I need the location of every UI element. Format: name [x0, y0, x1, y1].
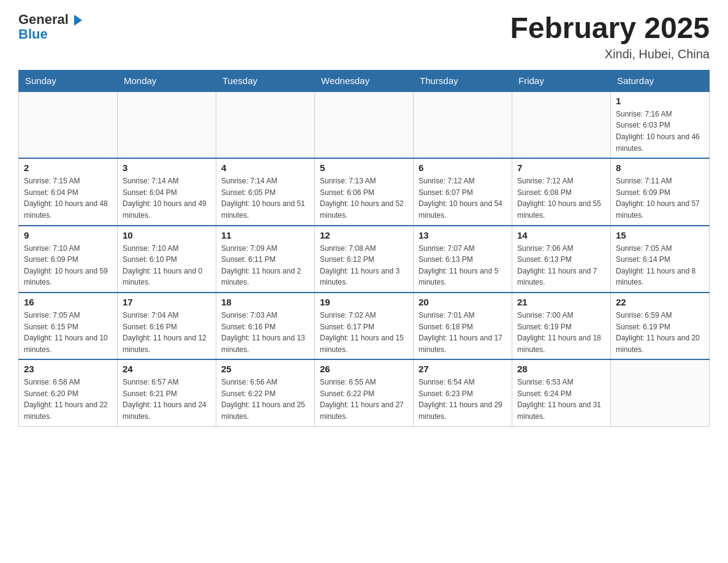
day-info: Sunrise: 7:15 AMSunset: 6:04 PMDaylight:…	[24, 175, 112, 221]
header-sunday: Sunday	[19, 70, 118, 91]
day-number: 25	[221, 364, 309, 374]
day-number: 12	[320, 230, 408, 240]
calendar-cell-w1-d2	[118, 91, 216, 158]
calendar-cell-w2-d5: 6Sunrise: 7:12 AMSunset: 6:07 PMDaylight…	[414, 158, 512, 225]
day-info: Sunrise: 7:16 AMSunset: 6:03 PMDaylight:…	[616, 109, 704, 154]
calendar-cell-w1-d6	[512, 91, 611, 158]
logo-blue-word: Blue	[18, 27, 48, 42]
day-info: Sunrise: 7:12 AMSunset: 6:08 PMDaylight:…	[517, 175, 605, 221]
calendar-cell-w3-d7: 15Sunrise: 7:05 AMSunset: 6:14 PMDayligh…	[611, 226, 710, 293]
calendar-cell-w3-d3: 11Sunrise: 7:09 AMSunset: 6:11 PMDayligh…	[216, 226, 315, 293]
day-info: Sunrise: 7:08 AMSunset: 6:12 PMDaylight:…	[320, 243, 408, 288]
day-number: 23	[24, 364, 112, 374]
day-info: Sunrise: 7:03 AMSunset: 6:16 PMDaylight:…	[221, 310, 309, 355]
calendar-cell-w2-d4: 5Sunrise: 7:13 AMSunset: 6:06 PMDaylight…	[315, 158, 414, 225]
day-info: Sunrise: 6:58 AMSunset: 6:20 PMDaylight:…	[24, 377, 112, 422]
day-info: Sunrise: 7:01 AMSunset: 6:18 PMDaylight:…	[419, 310, 507, 355]
calendar-cell-w2-d1: 2Sunrise: 7:15 AMSunset: 6:04 PMDaylight…	[19, 158, 118, 225]
day-info: Sunrise: 7:14 AMSunset: 6:04 PMDaylight:…	[123, 175, 211, 221]
calendar-cell-w5-d1: 23Sunrise: 6:58 AMSunset: 6:20 PMDayligh…	[19, 359, 118, 426]
calendar-cell-w4-d4: 19Sunrise: 7:02 AMSunset: 6:17 PMDayligh…	[315, 293, 414, 359]
day-number: 6	[419, 163, 507, 173]
day-number: 3	[123, 163, 211, 173]
calendar-cell-w3-d4: 12Sunrise: 7:08 AMSunset: 6:12 PMDayligh…	[315, 226, 414, 293]
day-number: 1	[616, 96, 704, 106]
day-number: 7	[517, 163, 605, 173]
title-block: February 2025 Xindi, Hubei, China	[510, 12, 710, 61]
calendar-cell-w4-d3: 18Sunrise: 7:03 AMSunset: 6:16 PMDayligh…	[216, 293, 315, 359]
logo-blue-text: Blue	[18, 27, 48, 42]
calendar-cell-w2-d6: 7Sunrise: 7:12 AMSunset: 6:08 PMDaylight…	[512, 158, 611, 225]
header-monday: Monday	[118, 70, 216, 91]
logo: General Blue	[18, 12, 82, 42]
day-number: 16	[24, 297, 112, 307]
day-number: 17	[123, 297, 211, 307]
day-info: Sunrise: 7:00 AMSunset: 6:19 PMDaylight:…	[517, 310, 605, 355]
day-number: 27	[419, 364, 507, 374]
calendar-cell-w3-d2: 10Sunrise: 7:10 AMSunset: 6:10 PMDayligh…	[118, 226, 216, 293]
calendar-cell-w3-d6: 14Sunrise: 7:06 AMSunset: 6:13 PMDayligh…	[512, 226, 611, 293]
day-number: 15	[616, 230, 704, 240]
header-wednesday: Wednesday	[315, 70, 414, 91]
calendar-cell-w2-d2: 3Sunrise: 7:14 AMSunset: 6:04 PMDaylight…	[118, 158, 216, 225]
calendar-cell-w2-d3: 4Sunrise: 7:14 AMSunset: 6:05 PMDaylight…	[216, 158, 315, 225]
calendar-cell-w1-d5	[414, 91, 512, 158]
day-number: 26	[320, 364, 408, 374]
day-number: 14	[517, 230, 605, 240]
day-info: Sunrise: 7:05 AMSunset: 6:15 PMDaylight:…	[24, 310, 112, 355]
calendar-cell-w5-d2: 24Sunrise: 6:57 AMSunset: 6:21 PMDayligh…	[118, 359, 216, 426]
day-info: Sunrise: 7:13 AMSunset: 6:06 PMDaylight:…	[320, 175, 408, 221]
header-friday: Friday	[512, 70, 611, 91]
calendar-week-5: 23Sunrise: 6:58 AMSunset: 6:20 PMDayligh…	[19, 359, 710, 426]
day-info: Sunrise: 7:10 AMSunset: 6:09 PMDaylight:…	[24, 243, 112, 288]
header-tuesday: Tuesday	[216, 70, 315, 91]
calendar-cell-w1-d7: 1Sunrise: 7:16 AMSunset: 6:03 PMDaylight…	[611, 91, 710, 158]
day-info: Sunrise: 7:04 AMSunset: 6:16 PMDaylight:…	[123, 310, 211, 355]
day-number: 4	[221, 163, 309, 173]
calendar-subtitle: Xindi, Hubei, China	[510, 47, 710, 61]
calendar-cell-w1-d1	[19, 91, 118, 158]
day-number: 22	[616, 297, 704, 307]
day-number: 11	[221, 230, 309, 240]
calendar-cell-w5-d5: 27Sunrise: 6:54 AMSunset: 6:23 PMDayligh…	[414, 359, 512, 426]
calendar-table: Sunday Monday Tuesday Wednesday Thursday…	[18, 70, 710, 427]
logo-general-text: General	[18, 12, 82, 27]
day-info: Sunrise: 7:12 AMSunset: 6:07 PMDaylight:…	[419, 175, 507, 221]
calendar-cell-w4-d5: 20Sunrise: 7:01 AMSunset: 6:18 PMDayligh…	[414, 293, 512, 359]
calendar-week-4: 16Sunrise: 7:05 AMSunset: 6:15 PMDayligh…	[19, 293, 710, 359]
calendar-cell-w4-d7: 22Sunrise: 6:59 AMSunset: 6:19 PMDayligh…	[611, 293, 710, 359]
day-info: Sunrise: 7:10 AMSunset: 6:10 PMDaylight:…	[123, 243, 211, 288]
day-number: 18	[221, 297, 309, 307]
day-number: 28	[517, 364, 605, 374]
day-info: Sunrise: 6:53 AMSunset: 6:24 PMDaylight:…	[517, 377, 605, 422]
calendar-header-row: Sunday Monday Tuesday Wednesday Thursday…	[19, 70, 710, 91]
calendar-cell-w4-d6: 21Sunrise: 7:00 AMSunset: 6:19 PMDayligh…	[512, 293, 611, 359]
day-info: Sunrise: 7:09 AMSunset: 6:11 PMDaylight:…	[221, 243, 309, 288]
calendar-cell-w4-d2: 17Sunrise: 7:04 AMSunset: 6:16 PMDayligh…	[118, 293, 216, 359]
day-number: 10	[123, 230, 211, 240]
page-header: General Blue February 2025 Xindi, Hubei,…	[18, 12, 710, 61]
day-number: 13	[419, 230, 507, 240]
calendar-title: February 2025	[510, 12, 710, 45]
day-number: 20	[419, 297, 507, 307]
calendar-cell-w5-d4: 26Sunrise: 6:55 AMSunset: 6:22 PMDayligh…	[315, 359, 414, 426]
day-info: Sunrise: 7:07 AMSunset: 6:13 PMDaylight:…	[419, 243, 507, 288]
logo-arrow-icon	[74, 15, 82, 26]
calendar-cell-w5-d3: 25Sunrise: 6:56 AMSunset: 6:22 PMDayligh…	[216, 359, 315, 426]
day-info: Sunrise: 6:54 AMSunset: 6:23 PMDaylight:…	[419, 377, 507, 422]
calendar-week-1: 1Sunrise: 7:16 AMSunset: 6:03 PMDaylight…	[19, 91, 710, 158]
day-info: Sunrise: 6:59 AMSunset: 6:19 PMDaylight:…	[616, 310, 704, 355]
day-info: Sunrise: 6:55 AMSunset: 6:22 PMDaylight:…	[320, 377, 408, 422]
calendar-cell-w2-d7: 8Sunrise: 7:11 AMSunset: 6:09 PMDaylight…	[611, 158, 710, 225]
header-thursday: Thursday	[414, 70, 512, 91]
day-number: 5	[320, 163, 408, 173]
day-info: Sunrise: 7:05 AMSunset: 6:14 PMDaylight:…	[616, 243, 704, 288]
day-info: Sunrise: 6:56 AMSunset: 6:22 PMDaylight:…	[221, 377, 309, 422]
calendar-week-2: 2Sunrise: 7:15 AMSunset: 6:04 PMDaylight…	[19, 158, 710, 225]
calendar-cell-w5-d6: 28Sunrise: 6:53 AMSunset: 6:24 PMDayligh…	[512, 359, 611, 426]
day-info: Sunrise: 6:57 AMSunset: 6:21 PMDaylight:…	[123, 377, 211, 422]
day-number: 9	[24, 230, 112, 240]
day-number: 21	[517, 297, 605, 307]
day-number: 2	[24, 163, 112, 173]
calendar-cell-w3-d5: 13Sunrise: 7:07 AMSunset: 6:13 PMDayligh…	[414, 226, 512, 293]
